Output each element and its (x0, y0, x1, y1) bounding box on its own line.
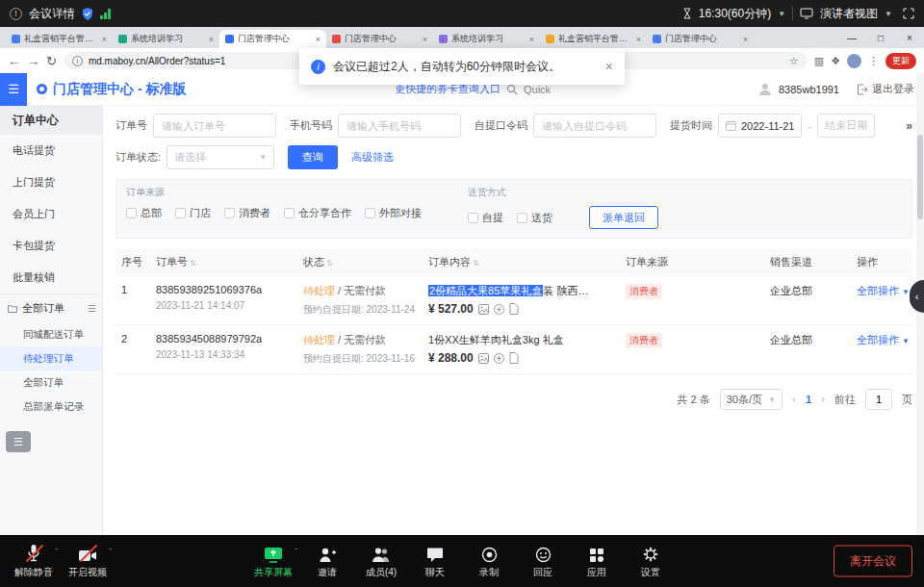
sidebar-subitem-city-delivery[interactable]: 同城配送订单 (0, 322, 102, 346)
invite-button[interactable]: 邀请 (301, 544, 353, 579)
checkbox-share-coop[interactable]: 仓分享合作 (284, 206, 351, 220)
checkbox-external[interactable]: 外部对接 (365, 206, 422, 220)
toast-close-icon[interactable]: × (605, 59, 613, 74)
mic-options-caret-icon[interactable]: ˆ (55, 547, 58, 555)
tab-close-icon[interactable]: × (636, 35, 641, 44)
add-circle-icon[interactable] (494, 304, 504, 315)
checkbox-icon[interactable] (517, 213, 527, 223)
document-icon[interactable] (509, 352, 519, 364)
advanced-filter-link[interactable]: 高级筛选 (351, 150, 394, 165)
extensions-icon[interactable]: ❖ (831, 55, 840, 67)
site-info-icon[interactable]: i (72, 56, 83, 66)
sort-icon[interactable]: ⇅ (326, 259, 333, 268)
browser-tab-active[interactable]: 门店管理中心× (219, 30, 326, 48)
sidebar-item-phone-pickup[interactable]: 电话提货 (0, 135, 102, 166)
pickup-code-input[interactable] (533, 114, 656, 138)
tab-close-icon[interactable]: × (209, 35, 214, 44)
order-status-select[interactable]: 请选择 ▼ (167, 145, 274, 169)
forward-icon[interactable]: → (27, 54, 39, 68)
hamburger-menu-icon[interactable]: ☰ (0, 73, 27, 106)
view-caret-icon[interactable]: ▼ (885, 10, 892, 18)
refresh-icon[interactable]: ↻ (46, 54, 57, 68)
row-action-dropdown[interactable]: 全部操作 ▼ (857, 284, 910, 298)
checkbox-icon[interactable] (126, 208, 137, 218)
collapse-filters-icon[interactable]: » (906, 119, 912, 133)
dispatch-return-button[interactable]: 派单退回 (589, 206, 658, 229)
sidebar-item-member-visit[interactable]: 会员上门 (0, 198, 102, 230)
fullscreen-icon[interactable] (903, 8, 914, 19)
add-circle-icon[interactable] (494, 353, 504, 364)
members-button[interactable]: 成员(4) (355, 544, 407, 579)
timer-caret-icon[interactable]: ▼ (778, 10, 785, 18)
sort-icon[interactable]: ⇅ (473, 259, 479, 268)
close-button[interactable]: × (895, 27, 924, 48)
browser-tab[interactable]: 系统培训学习× (433, 30, 540, 48)
quick-label[interactable]: Quick (524, 84, 551, 95)
logout-button[interactable]: 退出登录 (857, 82, 914, 96)
meeting-timer[interactable]: 16:30(60分钟) (699, 6, 771, 22)
tab-close-icon[interactable]: × (529, 35, 534, 44)
col-content[interactable]: 订单内容⇅ (428, 255, 626, 269)
sort-icon[interactable]: ⇅ (190, 259, 196, 268)
sidebar-quick-menu-button[interactable]: ☰ (6, 431, 31, 452)
browser-tab[interactable]: 门店管理中心× (647, 30, 754, 48)
browser-update-button[interactable]: 更新 (886, 53, 916, 69)
checkbox-icon[interactable] (468, 213, 478, 223)
col-order-no[interactable]: 订单号⇅ (156, 255, 303, 269)
checkbox-icon[interactable] (224, 208, 235, 218)
document-icon[interactable] (509, 303, 519, 315)
browser-tab[interactable]: 门店管理中心× (326, 30, 433, 48)
unmute-button[interactable]: 解除静音 ˆ (8, 544, 60, 579)
leave-meeting-button[interactable]: 离开会议 (834, 546, 912, 577)
view-mode-label[interactable]: 演讲者视图 (820, 6, 878, 22)
order-no-input[interactable] (153, 114, 276, 138)
checkbox-hq[interactable]: 总部 (126, 206, 162, 220)
back-icon[interactable]: ← (8, 54, 20, 68)
checkbox-store[interactable]: 门店 (175, 206, 211, 220)
tab-close-icon[interactable]: × (743, 35, 748, 44)
group-list-icon[interactable]: ☰ (88, 303, 96, 314)
sidebar-item-door-pickup[interactable]: 上门提货 (0, 166, 102, 198)
tab-close-icon[interactable]: × (423, 35, 427, 44)
reaction-button[interactable]: 回应 (517, 544, 569, 579)
phone-input[interactable] (338, 114, 461, 138)
sidebar-section-order-center[interactable]: 订单中心 (0, 106, 102, 135)
browser-tab[interactable]: 礼盒营销平台管理中心× (6, 30, 113, 48)
chat-button[interactable]: 聊天 (409, 544, 461, 579)
sidebar-subitem-pending-orders[interactable]: 待处理订单 (0, 346, 102, 370)
side-panel-icon[interactable]: ▥ (814, 55, 824, 67)
start-video-button[interactable]: 开启视频 ˆ (62, 544, 114, 579)
browser-tab[interactable]: 系统培训学习× (113, 30, 219, 48)
next-page-button[interactable]: › (821, 393, 825, 406)
current-page[interactable]: 1 (806, 394, 811, 405)
row-action-dropdown[interactable]: 全部操作 ▼ (857, 333, 910, 347)
video-options-caret-icon[interactable]: ˆ (109, 547, 112, 555)
record-button[interactable]: 录制 (463, 544, 515, 579)
share-screen-button[interactable]: 共享屏幕 ˆ (247, 544, 299, 579)
checkbox-icon[interactable] (175, 208, 186, 218)
checkbox-icon[interactable] (365, 208, 375, 218)
checkbox-icon[interactable] (284, 208, 295, 218)
sidebar-item-batch-verify[interactable]: 批量核销 (0, 262, 102, 294)
page-size-select[interactable]: 30条/页 ▼ (720, 389, 783, 410)
minimize-button[interactable]: — (837, 27, 866, 48)
meeting-details-label[interactable]: 会议详情 (29, 6, 75, 22)
checkbox-delivery[interactable]: 送货 (517, 211, 552, 225)
scrollbar-thumb[interactable] (917, 135, 923, 219)
col-status[interactable]: 状态⇅ (303, 255, 428, 269)
browser-menu-icon[interactable]: ⋮ (868, 55, 879, 67)
image-icon[interactable] (478, 304, 489, 315)
checkbox-self-pickup[interactable]: 自提 (468, 211, 503, 225)
date-start-picker[interactable]: 2022-11-21 (718, 114, 802, 138)
apps-button[interactable]: 应用 (571, 544, 623, 579)
tab-close-icon[interactable]: × (316, 35, 321, 44)
settings-button[interactable]: 设置 (625, 544, 677, 579)
browser-tab[interactable]: 礼盒营销平台管理中心× (540, 30, 647, 48)
search-button[interactable]: 查询 (288, 145, 338, 169)
image-icon[interactable] (478, 353, 489, 364)
checkbox-consumer[interactable]: 消费者 (224, 206, 270, 220)
sidebar-item-card-pickup[interactable]: 卡包提货 (0, 230, 102, 262)
bookmark-star-icon[interactable]: ☆ (789, 55, 799, 67)
goto-page-input[interactable] (865, 389, 892, 410)
sidebar-subitem-hq-dispatch-log[interactable]: 总部派单记录 (0, 395, 102, 419)
